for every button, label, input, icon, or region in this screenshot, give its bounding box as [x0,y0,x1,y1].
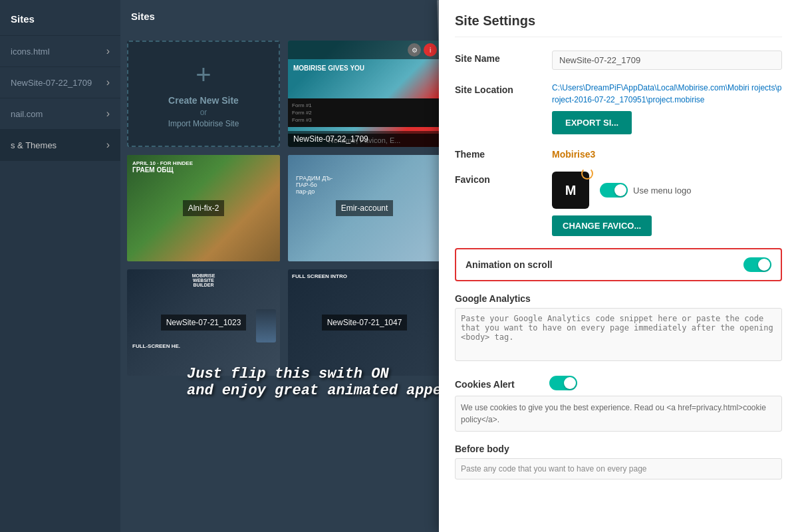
thumb-fullscreen: FULL-SCREEN HE. [132,343,275,349]
gear-icon[interactable]: ⚙ [408,43,421,57]
site-card-newsite-0722[interactable]: ⚙ i MOBIRISE GIVES YOU Form #1 Form #2 F… [288,41,441,147]
animation-on-scroll-row: Animation on scroll [455,248,782,281]
site-card-alni[interactable]: APRIL 10 · FOR HINDEEГРАЕМ ОБЩ Alni-fix-… [127,155,280,261]
google-analytics-section: Google Analytics [455,293,782,364]
site-card-label: Emir-account [336,200,394,216]
info-icon[interactable]: i [424,43,437,57]
site-card-label: NewSite-07-21_1047 [322,315,408,331]
site-location-row: Site Location C:\Users\DreamPiF\AppData\… [455,82,782,134]
thumb-toolbar: ⚙ i [288,41,441,59]
site-name-row: Site Name [455,51,782,70]
chevron-right-icon: › [106,45,110,57]
site-name-label: Site Name [455,51,541,64]
sidebar-item-label: NewSite-07-22_1709 [11,78,92,88]
theme-row: Theme Mobirise3 [455,146,782,160]
cookies-text: We use cookies to give you the best expe… [455,396,782,432]
theme-label: Theme [455,146,541,160]
site-card-newsite-1023[interactable]: MOBIRISEWEBSITEBUILDER FULL-SCREEN HE. N… [127,269,280,376]
favicon-spinner [581,168,593,180]
thumb-content: APRIL 10 · FOR HINDEEГРАЕМ ОБЩ [132,160,275,174]
sidebar-header: Sites [0,0,120,36]
or-label: or [200,108,207,117]
chevron-right-icon: › [106,108,110,120]
use-logo-label: Use menu logo [633,186,691,196]
animation-on-scroll-label: Animation on scroll [466,259,733,270]
site-card-emir[interactable]: ГРАДИМ ДЪ-ПАР-бопар-до Emir-account [288,155,441,261]
cookies-label: Cookies Alert [455,376,541,390]
before-body-hint: Paste any code that you want to have on … [455,458,782,479]
site-card-label: NewSite-07-21_1023 [161,315,247,331]
chevron-right-icon: › [106,76,110,88]
favicon-label: Favicon [455,172,541,185]
favicon-preview: M [552,172,589,209]
sidebar-item-email[interactable]: nail.com › [0,98,120,130]
import-label: Import Mobirise Site [168,119,239,128]
thumb-text: ГРАДИМ ДЪ-ПАР-бопар-до [296,175,433,195]
thumb-phone [256,309,276,342]
favicon-content: M Use menu logo [552,172,782,209]
thumb-fullscreen2: FULL SCREEN INTRO [292,273,394,279]
cookies-label-row: Cookies Alert [455,376,782,390]
thumb-mobirise-logo: MOBIRISEWEBSITEBUILDER [131,273,276,287]
site-location-path: C:\Users\DreamPiF\AppData\Local\Mobirise… [552,82,782,106]
site-card-newsite-1047[interactable]: FULL SCREEN INTRO NewSite-07-21_1047 [288,269,441,376]
before-body-section: Before body Paste any code that you want… [455,444,782,479]
sidebar-item-label: icons.html [11,47,50,57]
export-site-button[interactable]: EXPORT SI... [552,111,632,134]
google-analytics-input[interactable] [455,308,782,361]
site-card-label: Alni-fix-2 [183,200,225,216]
change-favicon-button[interactable]: CHANGE FAVICO... [552,215,652,236]
favicon-row: Favicon M Use menu logo CHANGE FAVICO... [455,172,782,236]
sidebar-item-label: nail.com [11,109,43,119]
thumb-form-area: Form #1 Form #2 Form #3 [288,98,441,127]
theme-value: Mobirise3 [552,146,782,160]
animation-toggle[interactable] [743,257,771,272]
main-content: Sites + Create New Site or Import Mobiri… [120,0,798,532]
use-logo-row: Use menu logo [600,183,691,198]
sidebar-item-label: s & Themes [11,140,57,150]
sidebar-item-themes[interactable]: s & Themes › [0,130,120,161]
site-location-label: Site Location [455,82,541,95]
settings-title: Site Settings [455,13,782,37]
create-new-site-card[interactable]: + Create New Site or Import Mobirise Sit… [127,41,280,147]
google-analytics-label: Google Analytics [455,293,782,304]
create-new-site-label: Create New Site [168,95,239,106]
chevron-right-icon: › [106,139,110,151]
sidebar-item-newsite[interactable]: NewSite-07-22_1709 › [0,67,120,98]
before-body-label: Before body [455,444,782,454]
cookies-toggle[interactable] [549,376,577,390]
site-card-label: NewSite-07-22_1709 [288,131,441,147]
use-logo-toggle[interactable] [600,183,628,198]
sidebar-item-icons[interactable]: icons.html › [0,36,120,67]
settings-panel: Site Settings Site Name Site Location C:… [439,0,798,532]
site-name-input[interactable] [552,51,782,70]
thumb-mobirise-text: MOBIRISE GIVES YOU [293,65,436,72]
cookies-alert-section: Cookies Alert We use cookies to give you… [455,376,782,432]
sidebar: Sites icons.html › NewSite-07-22_1709 › … [0,0,120,532]
plus-icon: + [196,60,211,90]
